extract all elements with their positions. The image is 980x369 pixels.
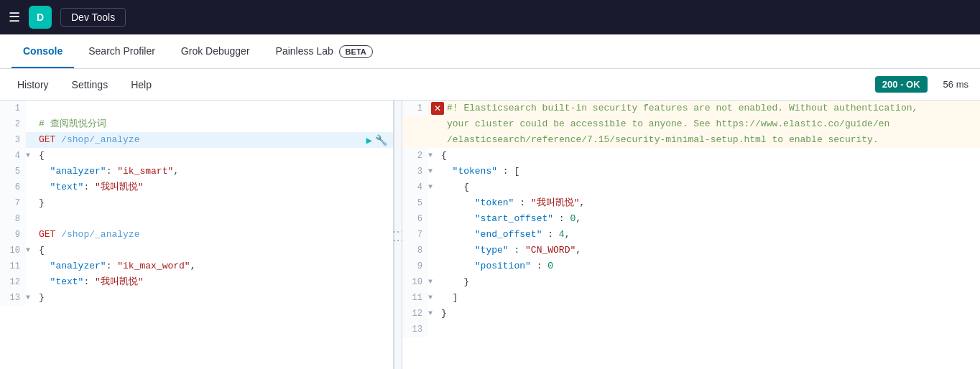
response-line: 10 ▼ } (402, 274, 980, 290)
editor-line: 11 "analyzer": "ik_max_word", (0, 258, 393, 274)
response-line-warning-cont: your cluster could be accessible to anyo… (402, 116, 980, 132)
line-actions: ▶ 🔧 (366, 132, 387, 148)
response-line-warning-cont2: /elasticsearch/reference/7.15/security-m… (402, 132, 980, 148)
beta-badge: BETA (339, 45, 373, 58)
editor-line: 13 ▼ } (0, 290, 393, 306)
response-line: 13 (402, 322, 980, 337)
response-line: 5 "token" : "我叫凯悦", (402, 195, 980, 211)
wrench-icon[interactable]: 🔧 (375, 134, 387, 146)
response-line: 2 ▼ { (402, 148, 980, 164)
response-line: 7 "end_offset" : 4, (402, 227, 980, 243)
close-warning-button[interactable]: ✕ (431, 102, 444, 115)
run-icon[interactable]: ▶ (366, 134, 372, 146)
toolbar: History Settings Help 200 - OK 56 ms (0, 69, 980, 101)
tab-grok-debugger[interactable]: Grok Debugger (170, 35, 262, 68)
editor-line: 7 } (0, 195, 393, 211)
editor-line: 5 "analyzer": "ik_smart", (0, 164, 393, 179)
response-line-warning: 1 ✕ #! Elasticsearch built-in security f… (402, 101, 980, 116)
settings-button[interactable]: Settings (66, 76, 114, 93)
editor-line-active: 3 GET /shop/_analyze ▶ 🔧 (0, 132, 393, 148)
tab-console[interactable]: Console (11, 35, 74, 68)
nav-tabs: Console Search Profiler Grok Debugger Pa… (0, 34, 980, 69)
editor-line: 10 ▼ { (0, 243, 393, 258)
editor-line: 6 "text": "我叫凯悦" (0, 179, 393, 195)
editor-line: 4 ▼ { (0, 148, 393, 164)
status-badge: 200 - OK (875, 76, 928, 93)
response-panel: 1 ✕ #! Elasticsearch built-in security f… (402, 101, 980, 369)
response-line: 11 ▼ ] (402, 290, 980, 306)
avatar: D (29, 6, 52, 29)
editor-line: 2 # 查阅凯悦分词 (0, 116, 393, 132)
response-line: 12 ▼ } (402, 306, 980, 322)
main-content: 1 2 # 查阅凯悦分词 3 GET /shop/_analyze ▶ 🔧 4 … (0, 101, 980, 369)
hamburger-icon[interactable]: ☰ (9, 9, 20, 25)
editor-line: 1 (0, 101, 393, 116)
help-button[interactable]: Help (125, 76, 157, 93)
response-line: 4 ▼ { (402, 179, 980, 195)
dev-tools-button[interactable]: Dev Tools (60, 8, 126, 27)
tab-painless-lab[interactable]: Painless Lab BETA (264, 35, 384, 68)
response-line: 8 "type" : "CN_WORD", (402, 243, 980, 258)
history-button[interactable]: History (11, 76, 55, 93)
tab-search-profiler[interactable]: Search Profiler (77, 35, 167, 68)
timing-badge: 56 ms (943, 79, 969, 90)
editor-line: 9 GET /shop/_analyze (0, 227, 393, 243)
response-line: 6 "start_offset" : 0, (402, 211, 980, 227)
editor-line: 12 "text": "我叫凯悦" (0, 274, 393, 290)
response-line: 3 ▼ "tokens" : [ (402, 164, 980, 179)
response-line: 9 "position" : 0 (402, 258, 980, 274)
editor-panel: 1 2 # 查阅凯悦分词 3 GET /shop/_analyze ▶ 🔧 4 … (0, 101, 394, 369)
panel-divider[interactable]: ⋮⋮ (394, 101, 402, 369)
editor-line: 8 (0, 211, 393, 227)
top-bar: ☰ D Dev Tools (0, 0, 980, 34)
